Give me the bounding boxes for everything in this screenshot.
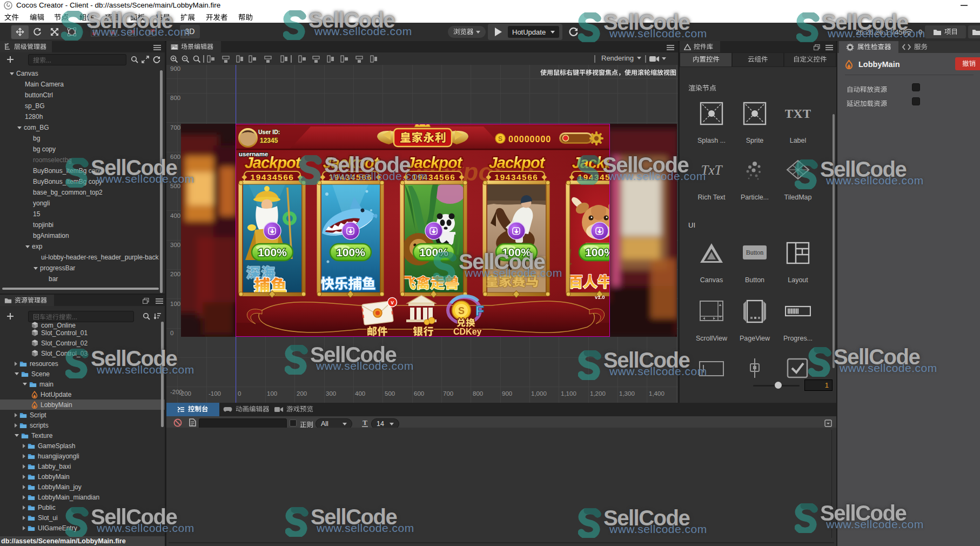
svg-text:TXT: TXT (785, 106, 811, 121)
svg-text:TxT: TxT (701, 163, 723, 177)
svg-text:Button: Button (746, 249, 764, 256)
svg-text:T: T (363, 419, 367, 427)
